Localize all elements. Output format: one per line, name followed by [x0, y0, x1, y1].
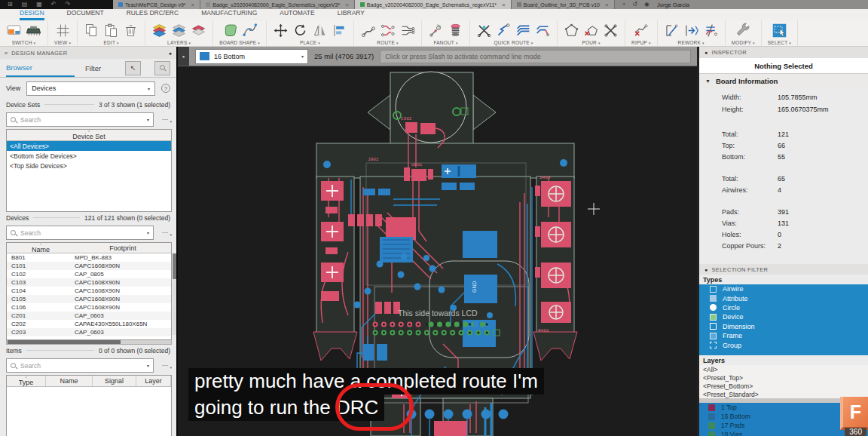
device-set-table-header[interactable]: ^ Device Set	[7, 130, 171, 141]
delete-icon[interactable]	[123, 23, 139, 38]
command-line-input[interactable]	[381, 53, 690, 60]
document-tab[interactable]: Board_Outline_for_3D_PCB v10×	[512, 0, 615, 9]
pour-cross-icon[interactable]	[603, 23, 619, 38]
devices-search-input[interactable]	[20, 229, 143, 237]
align-icon[interactable]	[332, 23, 347, 38]
devices-menu-button[interactable]: …▾	[158, 229, 172, 237]
selection-filter-type-device[interactable]: Device	[699, 312, 868, 321]
mirror-icon[interactable]	[312, 23, 328, 38]
fanout-trace-icon[interactable]	[428, 23, 444, 38]
device-row[interactable]: C103CAPC1608X90N	[7, 278, 171, 287]
titlebar-icon[interactable]: ↺	[632, 2, 637, 8]
toolbar-group-label[interactable]: SWITCH▾	[12, 40, 36, 45]
layer-preset-row[interactable]: <All>	[699, 365, 868, 373]
document-tab[interactable]: Badge_v202004082000_Eagle_Schematics_reg…	[355, 0, 512, 9]
switch-board-icon[interactable]	[6, 23, 22, 38]
select-tool-button[interactable]: ↖	[125, 61, 141, 75]
route-diff-icon[interactable]	[380, 23, 396, 38]
grid-icon[interactable]	[55, 23, 71, 38]
copy-icon[interactable]	[84, 23, 99, 38]
chrome-icon[interactable]: ▤	[22, 2, 28, 8]
rework-corner-icon[interactable]	[664, 23, 680, 38]
layer-preset-row[interactable]: <Preset_Bottom>	[699, 382, 868, 390]
wrench-icon[interactable]	[735, 23, 751, 38]
panel-menu-icon[interactable]: ●	[169, 51, 172, 56]
selection-filter-type-attribute[interactable]: Attribute	[699, 293, 868, 302]
pour-outline-icon[interactable]	[564, 23, 579, 38]
quick-route-icon[interactable]	[496, 23, 512, 38]
layers-top-icon[interactable]	[191, 23, 206, 38]
chrome-icon[interactable]: ↷	[66, 2, 71, 8]
switch-layout-icon[interactable]	[26, 23, 41, 38]
document-tab[interactable]: TeachMePCB_Design v9*×	[113, 0, 200, 9]
device-row[interactable]: C202CAPAE430X550L180X65N	[7, 320, 171, 328]
devices-search[interactable]: ▾	[6, 226, 154, 240]
tab-browser[interactable]: Browser	[6, 59, 75, 77]
toolbar-group-label[interactable]: BOARD SHAPE▾	[219, 40, 260, 45]
rotate-icon[interactable]	[292, 23, 308, 38]
ribbon-tab-manufacturing[interactable]: MANUFACTURING	[201, 9, 257, 20]
chrome-icon[interactable]: ↶	[51, 2, 57, 8]
toolbar-group-label[interactable]: QUICK ROUTE▾	[494, 40, 533, 45]
toolbar-group-label[interactable]: ROUTE▾	[377, 40, 398, 45]
toolbar-group-label[interactable]: SELECT▾	[768, 40, 791, 45]
items-table-header[interactable]: ^ Type Name Signal Layer	[7, 376, 171, 387]
fanout-via-icon[interactable]	[448, 23, 463, 38]
selection-filter-type-group[interactable]: Group	[699, 340, 868, 349]
device-set-row[interactable]: <Bottom Side Devices>	[7, 151, 171, 161]
ribbon-tab-library[interactable]: LIBRARY	[338, 9, 365, 20]
chrome-icon[interactable]: ⊞	[8, 2, 13, 8]
rework-swap-icon[interactable]	[703, 23, 719, 38]
command-line[interactable]	[380, 50, 691, 63]
layer-preset-row[interactable]: <Preset_Top>	[699, 373, 868, 382]
ribbon-tab-document[interactable]: DOCUMENT	[67, 9, 104, 20]
board-information-header[interactable]: ▼ Board Information	[699, 74, 868, 88]
device-sets-search[interactable]: ▾	[6, 112, 154, 127]
device-row[interactable]: B801MPD_BK-883	[7, 253, 171, 262]
tab-filter[interactable]: Filter	[85, 59, 101, 77]
items-menu-button[interactable]: …▾	[158, 362, 172, 370]
toolbar-group-label[interactable]: MODIFY▾	[732, 40, 755, 45]
device-set-row[interactable]: <Top Side Devices>	[7, 161, 171, 170]
rework-push-icon[interactable]	[683, 23, 699, 38]
device-row[interactable]: C105CAPC1608X90N	[7, 295, 171, 303]
toolbar-group-label[interactable]: REWORK▾	[678, 40, 704, 45]
device-set-row[interactable]: <All Devices>	[7, 141, 171, 151]
device-row[interactable]: C104CAPC1608X90N	[7, 287, 171, 295]
ribbon-tab-rules-drc-erc[interactable]: RULES DRC/ERC	[127, 9, 179, 20]
selection-filter-type-frame[interactable]: Frame	[699, 331, 868, 340]
device-row[interactable]: C203CAP_0603	[7, 328, 171, 336]
unroute-icon[interactable]	[476, 23, 492, 38]
move-icon[interactable]	[273, 23, 289, 38]
pcb-canvas-area[interactable]: ● 16 Bottom ▾ 25 mil (4706 3917)	[178, 47, 697, 436]
route-multi-icon[interactable]	[399, 23, 415, 38]
device-row[interactable]: C106CAPC1608X90N	[7, 303, 171, 312]
toolbar-group-label[interactable]: EDIT▾	[103, 40, 118, 45]
titlebar-icon[interactable]: ◉	[644, 2, 649, 8]
close-icon[interactable]: ×	[345, 2, 349, 8]
help-icon[interactable]: ?	[161, 84, 170, 93]
document-tab[interactable]: Badge_v202004082000_Eagle_Schematics_reg…	[200, 0, 355, 9]
view-dropdown[interactable]: Devices ▾	[26, 81, 155, 96]
ribbon-tab-automate[interactable]: AUTOMATE	[280, 9, 314, 20]
device-row[interactable]: C102CAP_0805	[7, 270, 171, 278]
route-single-icon[interactable]	[360, 23, 376, 38]
toolbar-group-label[interactable]: LAYERS▾	[167, 40, 191, 45]
ripup-icon[interactable]	[633, 23, 649, 38]
toolbar-group-label[interactable]: RIPUP▾	[631, 40, 651, 45]
titlebar-icon[interactable]: +	[622, 2, 626, 8]
toolbar-group-label[interactable]: PLACE▾	[300, 40, 320, 45]
items-search-input[interactable]	[20, 362, 143, 370]
layers-all-icon[interactable]	[151, 23, 167, 38]
paste-icon[interactable]	[103, 23, 119, 38]
devices-vertical-scrollbar[interactable]	[173, 253, 176, 335]
device-sets-search-input[interactable]	[20, 116, 143, 124]
ribbon-tab-design[interactable]: DESIGN	[20, 9, 44, 20]
canvas-corner-button[interactable]: ●	[178, 47, 189, 66]
devices-horizontal-scrollbar[interactable]	[6, 340, 172, 345]
multi-route-icon[interactable]	[515, 23, 531, 38]
device-sets-menu-button[interactable]: …▾	[158, 116, 172, 124]
zoom-tool-button[interactable]	[154, 61, 170, 75]
devices-table-header[interactable]: ^ Name Footprint	[7, 243, 171, 253]
selection-filter-type-dimension[interactable]: Dimension	[699, 322, 868, 331]
